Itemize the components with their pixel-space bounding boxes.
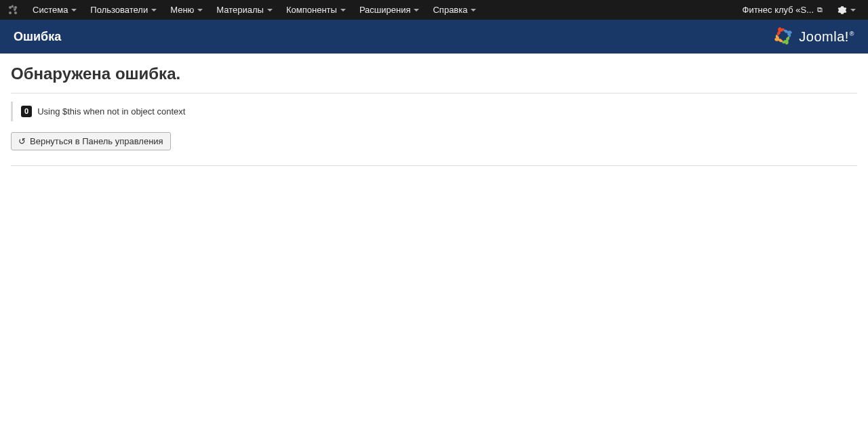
divider — [11, 93, 857, 93]
caret-icon — [850, 9, 856, 12]
gear-icon — [837, 5, 847, 15]
error-message: Using $this when not in object context — [37, 106, 185, 117]
nav-help[interactable]: Справка — [426, 1, 483, 18]
site-link[interactable]: Фитнес клуб «S... ⧉ — [738, 1, 827, 19]
error-code-badge: 0 — [21, 106, 32, 117]
nav-label: Компоненты — [286, 5, 337, 14]
svg-point-3 — [14, 12, 17, 14]
error-heading: Обнаружена ошибка. — [11, 64, 857, 83]
content: Обнаружена ошибка. 0 Using $this when no… — [0, 54, 868, 177]
nav-label: Материалы — [216, 5, 264, 14]
nav-label: Меню — [170, 5, 194, 14]
settings-menu[interactable] — [832, 1, 861, 19]
svg-point-0 — [9, 6, 12, 9]
svg-point-1 — [14, 6, 17, 9]
header: Ошибка Joomla!® — [0, 20, 868, 54]
brand-name: Joomla! — [799, 29, 849, 44]
nav-system[interactable]: Система — [26, 1, 83, 18]
caret-icon — [197, 9, 203, 12]
back-button-label: Вернуться в Панель управления — [30, 136, 163, 146]
joomla-logo-text: Joomla!® — [799, 29, 854, 45]
caret-icon — [151, 9, 157, 12]
caret-icon — [71, 9, 77, 12]
back-button[interactable]: ↺ Вернуться в Панель управления — [11, 132, 171, 150]
caret-icon — [340, 9, 346, 12]
error-alert: 0 Using $this when not in object context — [11, 102, 857, 121]
nav-extensions[interactable]: Расширения — [353, 1, 427, 18]
nav-content[interactable]: Материалы — [210, 1, 279, 18]
top-nav-left: Система Пользователи Меню Материалы Комп… — [7, 1, 483, 18]
divider — [11, 165, 857, 166]
joomla-mark-icon — [772, 24, 795, 49]
nav-menu[interactable]: Меню — [163, 1, 210, 18]
caret-icon — [267, 9, 273, 12]
nav-label: Система — [33, 5, 68, 14]
svg-point-2 — [9, 12, 12, 14]
top-nav-right: Фитнес клуб «S... ⧉ — [738, 1, 861, 19]
registered-mark: ® — [850, 30, 854, 37]
external-link-icon: ⧉ — [817, 5, 823, 14]
site-link-label: Фитнес клуб «S... — [743, 5, 814, 15]
caret-icon — [414, 9, 419, 12]
nav-components[interactable]: Компоненты — [279, 1, 353, 18]
caret-icon — [471, 9, 476, 12]
page-title: Ошибка — [14, 30, 61, 44]
joomla-icon[interactable] — [7, 4, 19, 16]
back-arrow-icon: ↺ — [18, 137, 26, 146]
nav-label: Расширения — [359, 5, 411, 14]
nav-label: Справка — [433, 5, 467, 14]
nav-label: Пользователи — [90, 5, 148, 14]
joomla-logo: Joomla!® — [772, 24, 854, 49]
nav-users[interactable]: Пользователи — [83, 1, 163, 18]
top-nav: Система Пользователи Меню Материалы Комп… — [0, 0, 868, 20]
